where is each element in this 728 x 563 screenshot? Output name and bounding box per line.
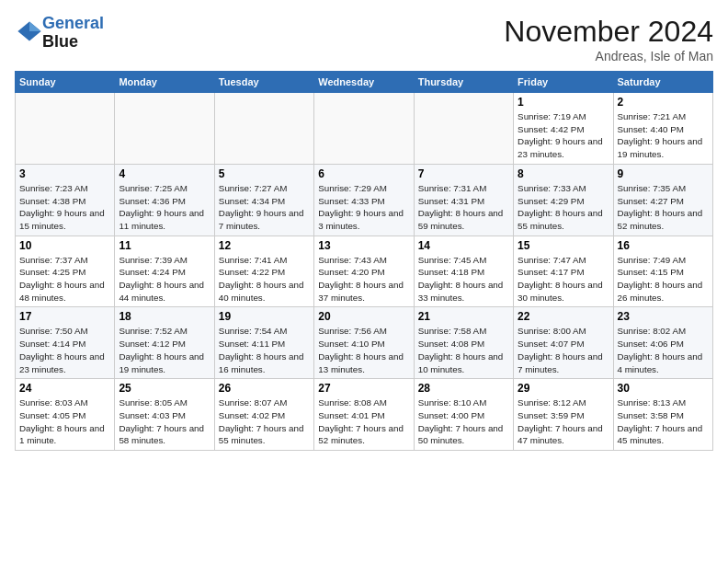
day-number: 21 [418, 310, 509, 323]
day-number: 27 [318, 382, 409, 395]
header-monday: Monday [115, 72, 214, 93]
day-cell: 26Sunrise: 8:07 AMSunset: 4:02 PMDayligh… [214, 379, 313, 451]
day-info: Sunrise: 8:02 AMSunset: 4:06 PMDaylight:… [618, 325, 709, 375]
day-number: 9 [618, 167, 709, 180]
day-cell: 29Sunrise: 8:12 AMSunset: 3:59 PMDayligh… [514, 379, 613, 451]
day-info: Sunrise: 8:07 AMSunset: 4:02 PMDaylight:… [219, 396, 310, 447]
header-thursday: Thursday [414, 72, 513, 93]
day-cell: 2Sunrise: 7:21 AMSunset: 4:40 PMDaylight… [613, 93, 712, 165]
day-number: 30 [618, 382, 709, 395]
day-number: 2 [618, 96, 709, 109]
week-row-1: 1Sunrise: 7:19 AMSunset: 4:42 PMDaylight… [16, 93, 713, 165]
day-info: Sunrise: 7:29 AMSunset: 4:33 PMDaylight:… [318, 182, 409, 233]
day-number: 7 [418, 167, 509, 180]
header-row: SundayMondayTuesdayWednesdayThursdayFrid… [16, 72, 713, 93]
week-row-4: 17Sunrise: 7:50 AMSunset: 4:14 PMDayligh… [16, 307, 713, 379]
day-number: 13 [318, 239, 409, 252]
day-number: 19 [219, 310, 310, 323]
day-info: Sunrise: 8:00 AMSunset: 4:07 PMDaylight:… [518, 325, 609, 375]
header-tuesday: Tuesday [214, 72, 313, 93]
day-info: Sunrise: 7:25 AMSunset: 4:36 PMDaylight:… [119, 182, 210, 233]
day-number: 8 [518, 167, 609, 180]
day-info: Sunrise: 7:23 AMSunset: 4:38 PMDaylight:… [19, 182, 110, 233]
day-cell: 24Sunrise: 8:03 AMSunset: 4:05 PMDayligh… [16, 379, 115, 451]
day-info: Sunrise: 7:31 AMSunset: 4:31 PMDaylight:… [418, 182, 509, 233]
day-number: 1 [518, 96, 609, 109]
day-cell: 13Sunrise: 7:43 AMSunset: 4:20 PMDayligh… [314, 236, 414, 307]
day-number: 18 [119, 310, 210, 323]
day-info: Sunrise: 7:27 AMSunset: 4:34 PMDaylight:… [219, 182, 310, 233]
day-cell: 3Sunrise: 7:23 AMSunset: 4:38 PMDaylight… [16, 164, 115, 236]
day-cell: 28Sunrise: 8:10 AMSunset: 4:00 PMDayligh… [414, 379, 513, 451]
logo-text: General Blue [42, 15, 104, 52]
location: Andreas, Isle of Man [504, 49, 713, 63]
day-number: 11 [119, 239, 210, 252]
day-number: 12 [219, 239, 310, 252]
day-cell: 11Sunrise: 7:39 AMSunset: 4:24 PMDayligh… [115, 236, 214, 307]
day-info: Sunrise: 7:45 AMSunset: 4:18 PMDaylight:… [418, 254, 509, 304]
logo: General Blue [15, 15, 104, 52]
day-info: Sunrise: 8:10 AMSunset: 4:00 PMDaylight:… [418, 396, 509, 447]
day-info: Sunrise: 7:58 AMSunset: 4:08 PMDaylight:… [418, 325, 509, 375]
day-cell: 30Sunrise: 8:13 AMSunset: 3:58 PMDayligh… [613, 379, 712, 451]
day-info: Sunrise: 7:52 AMSunset: 4:12 PMDaylight:… [119, 325, 210, 375]
day-cell: 20Sunrise: 7:56 AMSunset: 4:10 PMDayligh… [314, 307, 414, 379]
day-cell: 17Sunrise: 7:50 AMSunset: 4:14 PMDayligh… [16, 307, 115, 379]
day-info: Sunrise: 7:43 AMSunset: 4:20 PMDaylight:… [318, 254, 409, 304]
day-cell: 22Sunrise: 8:00 AMSunset: 4:07 PMDayligh… [514, 307, 613, 379]
day-info: Sunrise: 7:47 AMSunset: 4:17 PMDaylight:… [518, 254, 609, 304]
day-cell [314, 93, 414, 165]
day-number: 29 [518, 382, 609, 395]
day-info: Sunrise: 7:19 AMSunset: 4:42 PMDaylight:… [518, 110, 609, 161]
day-cell: 12Sunrise: 7:41 AMSunset: 4:22 PMDayligh… [214, 236, 313, 307]
week-row-2: 3Sunrise: 7:23 AMSunset: 4:38 PMDaylight… [16, 164, 713, 236]
day-info: Sunrise: 8:13 AMSunset: 3:58 PMDaylight:… [618, 396, 709, 447]
day-info: Sunrise: 7:21 AMSunset: 4:40 PMDaylight:… [618, 110, 709, 161]
day-cell [414, 93, 513, 165]
header-sunday: Sunday [16, 72, 115, 93]
header-friday: Friday [514, 72, 613, 93]
day-number: 23 [618, 310, 709, 323]
day-number: 3 [19, 167, 110, 180]
day-number: 24 [19, 382, 110, 395]
day-info: Sunrise: 7:54 AMSunset: 4:11 PMDaylight:… [219, 325, 310, 375]
day-info: Sunrise: 8:05 AMSunset: 4:03 PMDaylight:… [119, 396, 210, 447]
header-wednesday: Wednesday [314, 72, 414, 93]
day-cell: 21Sunrise: 7:58 AMSunset: 4:08 PMDayligh… [414, 307, 513, 379]
day-number: 22 [518, 310, 609, 323]
day-number: 6 [318, 167, 409, 180]
day-number: 16 [618, 239, 709, 252]
day-cell: 9Sunrise: 7:35 AMSunset: 4:27 PMDaylight… [613, 164, 712, 236]
svg-marker-1 [29, 21, 41, 31]
day-cell: 23Sunrise: 8:02 AMSunset: 4:06 PMDayligh… [613, 307, 712, 379]
day-cell: 5Sunrise: 7:27 AMSunset: 4:34 PMDaylight… [214, 164, 313, 236]
page-header: General Blue November 2024 Andreas, Isle… [15, 15, 713, 63]
day-info: Sunrise: 7:56 AMSunset: 4:10 PMDaylight:… [318, 325, 409, 375]
week-row-5: 24Sunrise: 8:03 AMSunset: 4:05 PMDayligh… [16, 379, 713, 451]
day-number: 26 [219, 382, 310, 395]
day-info: Sunrise: 8:03 AMSunset: 4:05 PMDaylight:… [19, 396, 110, 447]
day-cell [214, 93, 313, 165]
day-info: Sunrise: 7:37 AMSunset: 4:25 PMDaylight:… [19, 254, 110, 304]
day-cell: 8Sunrise: 7:33 AMSunset: 4:29 PMDaylight… [514, 164, 613, 236]
calendar-table: SundayMondayTuesdayWednesdayThursdayFrid… [15, 71, 713, 451]
day-cell: 15Sunrise: 7:47 AMSunset: 4:17 PMDayligh… [514, 236, 613, 307]
day-cell: 14Sunrise: 7:45 AMSunset: 4:18 PMDayligh… [414, 236, 513, 307]
day-cell: 25Sunrise: 8:05 AMSunset: 4:03 PMDayligh… [115, 379, 214, 451]
day-info: Sunrise: 7:33 AMSunset: 4:29 PMDaylight:… [518, 182, 609, 233]
day-cell [16, 93, 115, 165]
day-number: 15 [518, 239, 609, 252]
day-number: 4 [119, 167, 210, 180]
day-info: Sunrise: 7:50 AMSunset: 4:14 PMDaylight:… [19, 325, 110, 375]
day-cell: 6Sunrise: 7:29 AMSunset: 4:33 PMDaylight… [314, 164, 414, 236]
day-number: 28 [418, 382, 509, 395]
header-saturday: Saturday [613, 72, 712, 93]
title-block: November 2024 Andreas, Isle of Man [504, 15, 713, 63]
day-cell: 10Sunrise: 7:37 AMSunset: 4:25 PMDayligh… [16, 236, 115, 307]
day-cell: 1Sunrise: 7:19 AMSunset: 4:42 PMDaylight… [514, 93, 613, 165]
day-number: 10 [19, 239, 110, 252]
day-number: 5 [219, 167, 310, 180]
day-cell: 7Sunrise: 7:31 AMSunset: 4:31 PMDaylight… [414, 164, 513, 236]
day-info: Sunrise: 8:08 AMSunset: 4:01 PMDaylight:… [318, 396, 409, 447]
day-info: Sunrise: 7:49 AMSunset: 4:15 PMDaylight:… [618, 254, 709, 304]
